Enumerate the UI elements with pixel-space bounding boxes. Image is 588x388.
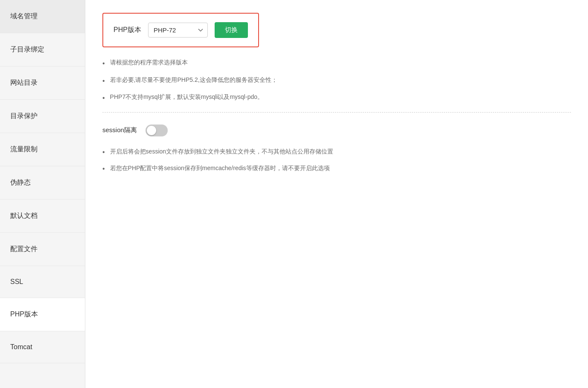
sidebar-item-website-dir[interactable]: 网站目录 [0,67,85,100]
sidebar-item-dir-protect[interactable]: 目录保护 [0,100,85,133]
sidebar-item-default-doc[interactable]: 默认文档 [0,200,85,233]
php-version-select[interactable]: PHP-52PHP-54PHP-55PHP-56PHP-70PHP-71PHP-… [148,23,208,38]
php-hint-item: PHP7不支持mysql扩展，默认安装mysqli以及mysql-pdo。 [102,92,571,104]
sidebar-item-php-version[interactable]: PHP版本 [0,298,85,331]
sidebar-item-config-file[interactable]: 配置文件 [0,233,85,266]
sidebar: 域名管理子目录绑定网站目录目录保护流量限制伪静态默认文档配置文件SSLPHP版本… [0,0,85,388]
php-hint-item: 请根据您的程序需求选择版本 [102,58,571,69]
php-version-box: PHP版本 PHP-52PHP-54PHP-55PHP-56PHP-70PHP-… [102,13,259,47]
toggle-slider [146,125,168,136]
sidebar-item-traffic-limit[interactable]: 流量限制 [0,133,85,166]
section-divider [102,112,571,113]
session-row: session隔离 [102,125,571,136]
sidebar-item-tomcat[interactable]: Tomcat [0,331,85,363]
session-label: session隔离 [102,126,137,134]
main-content: PHP版本 PHP-52PHP-54PHP-55PHP-56PHP-70PHP-… [85,0,588,388]
php-version-label: PHP版本 [114,26,141,35]
php-hint-item: 若非必要,请尽量不要使用PHP5.2,这会降低您的服务器安全性； [102,75,571,87]
session-hints-list: 开启后将会把session文件存放到独立文件夹独立文件夹，不与其他站点公用存储位… [102,147,571,174]
session-hint-item: 若您在PHP配置中将session保存到memcache/redis等缓存器时，… [102,163,571,174]
php-hints-list: 请根据您的程序需求选择版本若非必要,请尽量不要使用PHP5.2,这会降低您的服务… [102,58,571,104]
switch-button[interactable]: 切换 [215,22,248,38]
sidebar-item-domain-manage[interactable]: 域名管理 [0,0,85,33]
sidebar-item-ssl[interactable]: SSL [0,266,85,298]
sidebar-item-pseudo-static[interactable]: 伪静态 [0,166,85,200]
sidebar-item-subdir-bind[interactable]: 子目录绑定 [0,33,85,67]
session-toggle[interactable] [146,125,168,136]
session-hint-item: 开启后将会把session文件存放到独立文件夹独立文件夹，不与其他站点公用存储位… [102,147,571,158]
